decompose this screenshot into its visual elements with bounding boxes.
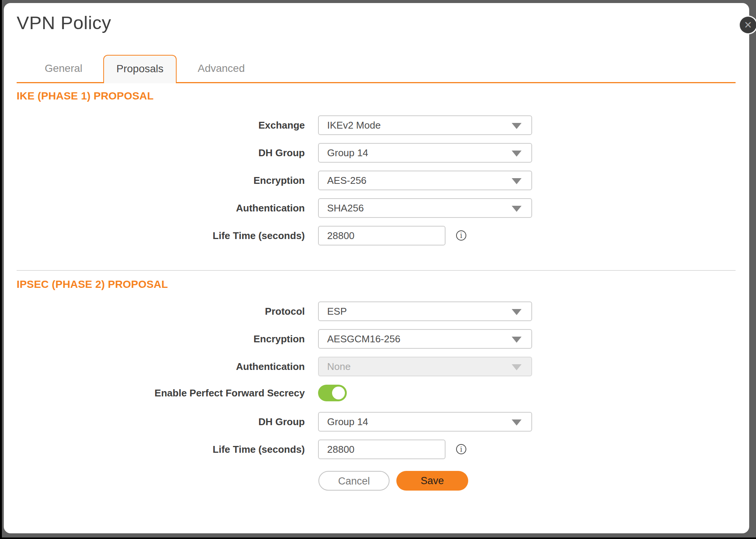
- section-title-ike-phase1: IKE (PHASE 1) PROPOSAL: [17, 90, 154, 102]
- field-label: Life Time (seconds): [4, 226, 305, 245]
- field-label: Authentication: [4, 198, 305, 218]
- row-authentication-p2: Authentication None: [4, 357, 749, 376]
- chevron-down-icon: [512, 309, 522, 315]
- info-icon[interactable]: i: [456, 230, 466, 241]
- row-protocol: Protocol ESP: [4, 301, 749, 321]
- dropdown-value: ESP: [327, 306, 347, 317]
- section-title-ipsec-phase2: IPSEC (PHASE 2) PROPOSAL: [17, 278, 168, 290]
- encryption-dropdown-p2[interactable]: AESGCM16-256: [318, 329, 532, 349]
- chevron-down-icon: [512, 419, 522, 426]
- exchange-dropdown[interactable]: IKEv2 Mode: [318, 115, 532, 135]
- encryption-dropdown[interactable]: AES-256: [318, 171, 532, 190]
- section-divider: [17, 270, 736, 271]
- dh-group-dropdown-p2[interactable]: Group 14: [318, 412, 532, 432]
- row-dh-group-p1: DH Group Group 14: [4, 143, 749, 163]
- toggle-knob: [332, 387, 345, 399]
- cancel-button[interactable]: Cancel: [318, 471, 390, 491]
- field-label: Enable Perfect Forward Secrecy: [4, 385, 305, 401]
- dropdown-value: IKEv2 Mode: [327, 120, 381, 131]
- dropdown-value: Group 14: [327, 147, 368, 158]
- row-exchange: Exchange IKEv2 Mode: [4, 115, 749, 135]
- dropdown-value: Group 14: [327, 416, 368, 427]
- info-icon[interactable]: i: [456, 444, 466, 454]
- row-authentication-p1: Authentication SHA256: [4, 198, 749, 218]
- close-icon: ✕: [744, 20, 752, 30]
- chevron-down-icon: [512, 151, 522, 157]
- dropdown-value: AESGCM16-256: [327, 333, 401, 345]
- row-encryption-p2: Encryption AESGCM16-256: [4, 329, 749, 349]
- row-dh-group-p2: DH Group Group 14: [4, 412, 749, 432]
- dh-group-dropdown[interactable]: Group 14: [318, 143, 532, 163]
- dropdown-value: None: [327, 361, 351, 372]
- vpn-policy-dialog: VPN Policy ✕ General Proposals Advanced …: [4, 3, 749, 533]
- chevron-down-icon: [512, 178, 522, 184]
- life-time-input-p2[interactable]: [318, 440, 446, 459]
- row-life-time-p1: Life Time (seconds) i: [4, 226, 749, 245]
- field-label: Protocol: [4, 301, 305, 321]
- field-label: Exchange: [4, 115, 305, 135]
- row-perfect-forward-secrecy: Enable Perfect Forward Secrecy: [4, 385, 749, 401]
- page-title: VPN Policy: [17, 12, 111, 33]
- field-label: DH Group: [4, 412, 305, 432]
- authentication-dropdown-disabled: None: [318, 357, 532, 376]
- field-label: Encryption: [4, 171, 305, 190]
- field-label: Authentication: [4, 357, 305, 376]
- pfs-toggle[interactable]: [318, 385, 347, 401]
- field-label: DH Group: [4, 143, 305, 163]
- chevron-down-icon: [512, 123, 522, 129]
- save-button[interactable]: Save: [396, 471, 468, 491]
- field-label: Life Time (seconds): [4, 440, 305, 459]
- row-life-time-p2: Life Time (seconds) i: [4, 440, 749, 459]
- chevron-down-icon: [512, 364, 522, 370]
- life-time-input[interactable]: [318, 226, 446, 245]
- chevron-down-icon: [512, 206, 522, 212]
- tab-general[interactable]: General: [28, 55, 99, 82]
- row-encryption-p1: Encryption AES-256: [4, 171, 749, 190]
- dropdown-value: SHA256: [327, 202, 364, 214]
- field-label: Encryption: [4, 329, 305, 349]
- protocol-dropdown[interactable]: ESP: [318, 301, 532, 321]
- chevron-down-icon: [512, 337, 522, 343]
- tab-proposals[interactable]: Proposals: [103, 55, 177, 83]
- authentication-dropdown[interactable]: SHA256: [318, 198, 532, 218]
- tab-advanced[interactable]: Advanced: [185, 55, 257, 82]
- close-button[interactable]: ✕: [740, 17, 756, 33]
- dropdown-value: AES-256: [327, 175, 366, 186]
